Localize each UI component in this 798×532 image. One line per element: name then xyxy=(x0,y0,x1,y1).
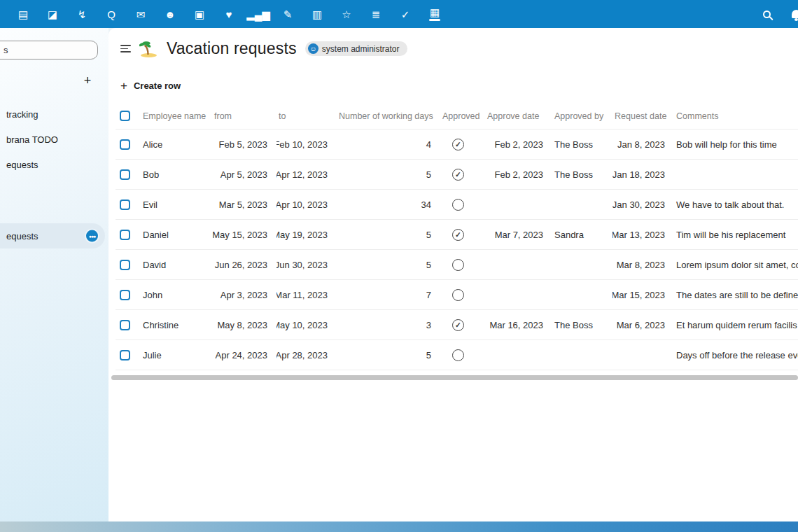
approve-date-cell xyxy=(485,250,552,279)
column-header-to[interactable]: to xyxy=(276,103,337,129)
working-days-cell: 5 xyxy=(337,160,440,189)
column-header-number-of-working-days[interactable]: Number of working days xyxy=(337,103,440,129)
from-cell: Jun 26, 2023 xyxy=(212,250,276,279)
analytics-icon[interactable]: ▂▄▆ xyxy=(244,9,273,20)
from-cell: Feb 5, 2023 xyxy=(212,130,276,159)
table-row[interactable]: JulieApr 24, 2023Apr 28, 20235Days off b… xyxy=(115,340,798,370)
table-row[interactable]: EvilMar 5, 2023Apr 10, 202334Jan 30, 202… xyxy=(115,190,798,220)
from-cell: Apr 5, 2023 xyxy=(212,160,276,189)
from-cell: May 15, 2023 xyxy=(212,220,276,249)
column-header-from[interactable]: from xyxy=(212,103,276,129)
topbar-apps: ▤◪↯Q✉☻▣♥▂▄▆✎▥☆≣✓▦ xyxy=(8,0,449,28)
approved-icon: ✓ xyxy=(452,319,464,331)
approved-cell: ✓ xyxy=(440,310,485,340)
row-checkbox[interactable] xyxy=(120,230,130,240)
palm-tree-emoji xyxy=(139,41,158,57)
approved-cell xyxy=(440,340,485,370)
column-header-comments[interactable]: Comments xyxy=(674,103,798,129)
table-row[interactable]: DavidJun 26, 2023Jun 30, 20235Mar 8, 202… xyxy=(115,250,798,280)
mail-icon[interactable]: ✉ xyxy=(126,9,155,20)
approved-cell: ✓ xyxy=(440,160,485,189)
comments-cell: Lorem ipsum dolor sit amet, con xyxy=(674,250,798,279)
to-cell: Apr 10, 2023 xyxy=(276,190,337,219)
row-checkbox[interactable] xyxy=(120,290,130,300)
favorites-icon[interactable]: ♥ xyxy=(214,9,244,20)
create-row-button[interactable]: + Create row xyxy=(120,80,181,92)
working-days-cell: 7 xyxy=(337,280,440,309)
table-row[interactable]: AliceFeb 5, 2023Feb 10, 20234✓Feb 2, 202… xyxy=(115,130,798,160)
activity-icon[interactable]: ↯ xyxy=(67,9,97,20)
to-cell: Apr 28, 2023 xyxy=(276,340,337,370)
forms-icon[interactable]: ≣ xyxy=(361,9,391,20)
employee-name-cell: Alice xyxy=(141,130,212,159)
sidebar-item-label: brana TODO xyxy=(6,134,58,145)
from-cell: Apr 3, 2023 xyxy=(212,280,276,309)
files-icon[interactable]: ▤ xyxy=(8,9,38,20)
sidebar-item-label: equests xyxy=(6,231,38,241)
tasks-icon[interactable]: ✓ xyxy=(391,9,420,20)
notifications-bell-icon[interactable] xyxy=(792,10,798,18)
table-row[interactable]: ChristineMay 8, 2023May 10, 20233✓Mar 16… xyxy=(115,310,798,340)
to-cell: May 19, 2023 xyxy=(276,220,337,249)
employee-name-cell: David xyxy=(141,250,212,279)
employee-name-cell: Christine xyxy=(141,310,212,340)
search-icon[interactable] xyxy=(763,10,771,18)
plus-icon: + xyxy=(120,80,127,92)
row-checkbox[interactable] xyxy=(120,320,130,330)
background-strip xyxy=(0,522,798,532)
main-content: Vacation requests ☺ system administrator… xyxy=(108,28,798,522)
from-cell: Apr 24, 2023 xyxy=(212,340,276,370)
approved-by-cell: The Boss xyxy=(552,160,612,189)
calendar-icon[interactable]: ▣ xyxy=(185,9,214,20)
photos-icon[interactable]: ◪ xyxy=(38,9,67,20)
approved-by-cell: Sandra xyxy=(552,220,612,249)
not-approved-icon xyxy=(452,259,464,271)
create-table-button[interactable]: + xyxy=(78,71,97,90)
working-days-cell: 34 xyxy=(337,190,440,219)
comments-cell: Bob will help for this time xyxy=(674,130,798,159)
tables-icon[interactable]: ▦ xyxy=(420,7,449,21)
approved-by-cell: The Boss xyxy=(552,130,612,159)
recommendations-icon[interactable]: ☆ xyxy=(332,9,361,20)
table-row[interactable]: DanielMay 15, 2023May 19, 20235✓Mar 7, 2… xyxy=(115,220,798,250)
from-cell: May 8, 2023 xyxy=(212,310,276,340)
column-header-approve-date[interactable]: Approve date xyxy=(485,103,552,129)
row-checkbox[interactable] xyxy=(120,169,130,180)
comments-cell: Et harum quidem rerum facilis xyxy=(674,310,798,340)
table-body: AliceFeb 5, 2023Feb 10, 20234✓Feb 2, 202… xyxy=(115,130,798,370)
approve-date-cell: Feb 2, 2023 xyxy=(485,160,552,189)
topbar-right xyxy=(763,0,798,28)
table-row[interactable]: JohnApr 3, 2023Mar 11, 20237Mar 15, 2023… xyxy=(115,280,798,310)
sidebar-item[interactable]: equests xyxy=(0,152,108,177)
table-title-header: Vacation requests ☺ system administrator xyxy=(120,39,407,58)
row-checkbox[interactable] xyxy=(120,350,130,360)
sidebar-item[interactable]: tracking xyxy=(0,102,108,127)
employee-name-cell: John xyxy=(141,280,212,309)
column-header-employee-name[interactable]: Employee name xyxy=(141,103,212,129)
request-date-cell: Mar 8, 2023 xyxy=(612,250,674,279)
comments-cell: The dates are still to be defined xyxy=(674,280,798,309)
talk-icon[interactable]: Q xyxy=(97,9,126,20)
row-checkbox[interactable] xyxy=(120,260,130,270)
approved-by-cell xyxy=(552,250,612,279)
sidebar-item[interactable]: brana TODO xyxy=(0,127,108,152)
approved-by-cell xyxy=(552,280,612,309)
column-header-approved[interactable]: Approved xyxy=(440,103,485,129)
request-date-cell: Mar 15, 2023 xyxy=(612,280,674,309)
column-header-approved-by[interactable]: Approved by xyxy=(552,103,612,129)
horizontal-scrollbar[interactable] xyxy=(111,375,798,380)
deck-icon[interactable]: ▥ xyxy=(302,9,332,20)
approved-icon: ✓ xyxy=(452,169,464,181)
filter-tables-input[interactable] xyxy=(0,41,98,59)
table-row[interactable]: BobApr 5, 2023Apr 12, 20235✓Feb 2, 2023T… xyxy=(115,160,798,190)
select-all-checkbox[interactable] xyxy=(120,111,130,121)
table-header-row: Employee namefromtoNumber of working day… xyxy=(115,103,798,130)
row-checkbox[interactable] xyxy=(120,139,130,150)
row-checkbox[interactable] xyxy=(120,200,130,210)
contacts-icon[interactable]: ☻ xyxy=(155,9,185,20)
collapse-navigation-icon[interactable] xyxy=(120,45,131,52)
sidebar-item[interactable]: equests●●● xyxy=(0,223,105,248)
column-header-request-date[interactable]: Request date xyxy=(612,103,674,129)
comments-cell: Tim will be his replacement xyxy=(674,220,798,249)
notes-icon[interactable]: ✎ xyxy=(273,9,302,20)
